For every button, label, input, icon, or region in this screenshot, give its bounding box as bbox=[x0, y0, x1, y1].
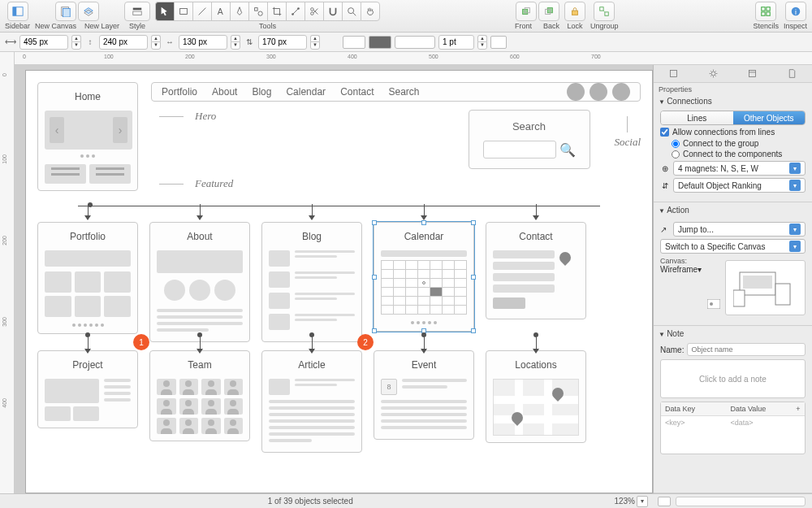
ungroup-button[interactable] bbox=[594, 2, 615, 21]
card-about[interactable]: About bbox=[149, 222, 250, 342]
svg-rect-27 bbox=[600, 7, 603, 11]
tab-settings[interactable] bbox=[693, 65, 733, 82]
nav-bar[interactable]: Portfolio About Blog Calendar Contact Se… bbox=[151, 82, 641, 102]
new-layer-label: New Layer bbox=[84, 22, 119, 30]
inspect-button[interactable]: i bbox=[785, 2, 806, 21]
tab-properties[interactable] bbox=[654, 65, 693, 82]
tool-hand[interactable] bbox=[361, 2, 380, 21]
x-stepper[interactable]: ▲▼ bbox=[71, 35, 81, 50]
stencils-button[interactable] bbox=[755, 2, 776, 21]
svg-point-37 bbox=[711, 72, 715, 76]
line-style-select[interactable] bbox=[395, 36, 435, 49]
search-input[interactable] bbox=[483, 141, 556, 158]
zoom-stepper[interactable]: ▾ bbox=[637, 496, 648, 507]
allow-connections-check[interactable]: Allow connections from lines bbox=[660, 128, 806, 137]
y-stepper[interactable]: ▲▼ bbox=[151, 35, 161, 50]
card-team[interactable]: Team bbox=[149, 350, 250, 441]
nav-item[interactable]: Search bbox=[388, 86, 419, 98]
tools-label: Tools bbox=[259, 22, 276, 30]
dimension-bar: ⟷ ▲▼ ↕ ▲▼ ↔ ▲▼ ⇅ ▲▼ ▲▼ bbox=[0, 33, 812, 52]
svg-rect-38 bbox=[749, 70, 756, 76]
svg-line-15 bbox=[293, 9, 299, 15]
svg-rect-31 bbox=[767, 7, 770, 11]
card-event[interactable]: Event 8 bbox=[374, 350, 474, 440]
tool-crop[interactable] bbox=[267, 2, 286, 21]
connections-segment[interactable]: Lines Other Objects bbox=[660, 111, 806, 125]
front-button[interactable] bbox=[516, 2, 537, 21]
tool-pen[interactable] bbox=[230, 2, 248, 21]
connect-group-radio[interactable]: Connect to the group bbox=[672, 139, 806, 148]
seg-lines[interactable]: Lines bbox=[661, 111, 733, 124]
back-button[interactable] bbox=[538, 2, 559, 21]
tool-shape[interactable] bbox=[248, 2, 267, 21]
main-toolbar: Sidebar New Canvas New Layer Style A bbox=[0, 0, 812, 33]
connect-components-radio[interactable]: Connect to the components bbox=[672, 150, 806, 158]
svg-line-9 bbox=[199, 8, 206, 15]
data-table[interactable]: Data KeyData Value+ <key><data> bbox=[660, 402, 806, 454]
tool-line[interactable] bbox=[192, 2, 211, 21]
seg-other[interactable]: Other Objects bbox=[733, 111, 806, 124]
jump-icon: ↗ bbox=[660, 225, 670, 234]
svg-rect-30 bbox=[762, 7, 765, 11]
tool-magnet[interactable] bbox=[323, 2, 342, 21]
new-layer-button[interactable] bbox=[78, 2, 99, 21]
canvas[interactable]: Home ‹ › bbox=[25, 70, 653, 493]
tool-scissors[interactable] bbox=[304, 2, 323, 21]
name-input[interactable] bbox=[687, 343, 806, 356]
y-icon: ↕ bbox=[84, 37, 96, 48]
y-input[interactable] bbox=[99, 35, 148, 50]
tool-zoom[interactable] bbox=[342, 2, 361, 21]
tool-text[interactable]: A bbox=[211, 2, 230, 21]
nav-item[interactable]: Calendar bbox=[286, 86, 326, 98]
card-calendar[interactable]: Calendar bbox=[374, 222, 474, 332]
stroke-color-well[interactable] bbox=[369, 36, 391, 49]
h-stepper[interactable]: ▲▼ bbox=[310, 35, 320, 50]
switch-select[interactable]: Switch to a Specific Canvas▾ bbox=[660, 239, 806, 254]
footer-input[interactable] bbox=[676, 497, 806, 506]
shadow-well[interactable] bbox=[490, 36, 507, 49]
note-textarea[interactable]: Click to add a note bbox=[660, 359, 806, 398]
h-input[interactable] bbox=[258, 35, 307, 50]
note-header[interactable]: Note bbox=[654, 326, 812, 340]
tab-canvas[interactable] bbox=[733, 65, 773, 82]
connections-header[interactable]: Connections bbox=[654, 93, 812, 107]
lock-button[interactable] bbox=[564, 2, 585, 21]
card-home[interactable]: Home ‹ › bbox=[37, 82, 138, 191]
jump-select[interactable]: Jump to...▾ bbox=[673, 222, 806, 237]
new-canvas-button[interactable] bbox=[55, 2, 76, 21]
w-input[interactable] bbox=[179, 35, 227, 50]
hero-dots bbox=[45, 154, 131, 158]
card-blog[interactable]: Blog bbox=[261, 222, 362, 342]
sidebar-button[interactable] bbox=[7, 2, 28, 21]
nav-item[interactable]: Contact bbox=[340, 86, 374, 98]
action-header[interactable]: Action bbox=[654, 202, 812, 216]
nav-item[interactable]: Blog bbox=[252, 86, 271, 98]
card-contact[interactable]: Contact bbox=[486, 222, 586, 319]
tool-node[interactable] bbox=[286, 2, 304, 21]
ranking-select[interactable]: Default Object Ranking▾ bbox=[673, 178, 806, 193]
search-card[interactable]: Search 🔍 bbox=[469, 110, 590, 169]
nav-item[interactable]: Portfolio bbox=[162, 86, 197, 98]
card-portfolio[interactable]: Portfolio bbox=[37, 222, 138, 334]
canvas-select[interactable]: Wireframe▾ bbox=[660, 265, 720, 280]
magnets-select[interactable]: 4 magnets: N, S, E, W▾ bbox=[673, 161, 806, 176]
zoom-control[interactable]: 123% ▾ bbox=[614, 496, 648, 507]
nav-item[interactable]: About bbox=[212, 86, 237, 98]
stroke-input[interactable] bbox=[438, 35, 474, 50]
tool-select[interactable] bbox=[155, 2, 174, 21]
fill-color-well[interactable] bbox=[343, 36, 365, 49]
tab-document[interactable] bbox=[772, 65, 812, 82]
x-input[interactable] bbox=[19, 35, 68, 50]
card-article[interactable]: Article bbox=[261, 350, 362, 453]
card-locations[interactable]: Locations bbox=[486, 350, 586, 443]
svg-point-12 bbox=[258, 11, 262, 15]
footer-swatch[interactable] bbox=[658, 497, 671, 506]
canvas-area[interactable]: Home ‹ › bbox=[15, 65, 653, 493]
style-button[interactable] bbox=[124, 2, 150, 21]
tool-rect[interactable] bbox=[174, 2, 192, 21]
card-project[interactable]: Project bbox=[37, 350, 138, 428]
search-icon: 🔍 bbox=[559, 142, 576, 158]
w-stepper[interactable]: ▲▼ bbox=[231, 35, 240, 50]
stroke-stepper[interactable]: ▲▼ bbox=[477, 35, 487, 50]
add-row-button[interactable]: + bbox=[792, 402, 805, 415]
